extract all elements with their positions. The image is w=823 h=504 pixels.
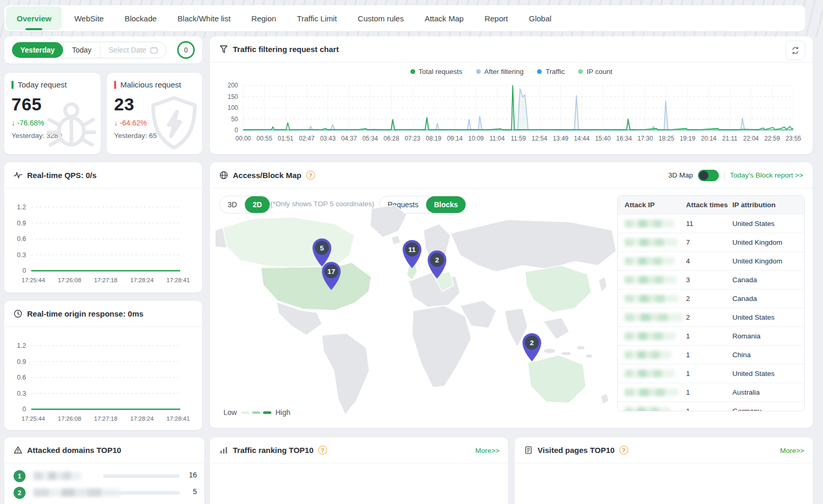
ip-attribution-cell: Germany (732, 407, 804, 411)
today-request-card: Today request 765 ↓ -76.68% Yesterday: 3… (4, 73, 101, 154)
svg-text:20:14: 20:14 (701, 135, 717, 142)
legend-dot (537, 69, 542, 74)
svg-text:200: 200 (228, 82, 238, 89)
today-request-title-row: Today request (11, 80, 93, 89)
attack-table-row: 2Canada (618, 289, 804, 308)
shield-bolt-icon (147, 94, 201, 154)
blurred-attack-ip (625, 370, 675, 377)
svg-text:11:04: 11:04 (490, 135, 505, 142)
attack-table-row: 7United Kingdom (618, 233, 804, 252)
svg-text:07:23: 07:23 (405, 135, 420, 142)
attack-table-row: 1Germany (618, 402, 804, 411)
attacked-domain-row: 116 (4, 469, 204, 484)
legend-item-total-requests[interactable]: Total requests (410, 68, 463, 75)
traffic-ranking-help-icon[interactable]: ? (318, 446, 327, 455)
heat-legend-high-label: High (276, 408, 291, 417)
map-pin-marker[interactable]: 2 (426, 249, 448, 282)
attack-ip-table: Attack IPAttack timesIP attribution11Uni… (617, 195, 805, 411)
svg-text:17:28:41: 17:28:41 (167, 277, 190, 283)
ip-attribution-cell: Romania (732, 332, 804, 340)
malicious-request-title: Malicious request (120, 80, 181, 89)
heat-swatches (241, 411, 271, 414)
today-button[interactable]: Today (63, 42, 99, 58)
tab-blockade[interactable]: Blockade (114, 5, 167, 31)
visited-pages-more-link[interactable]: More>> (780, 437, 804, 463)
svg-text:17:26:08: 17:26:08 (58, 415, 81, 422)
svg-text:22:04: 22:04 (743, 135, 759, 142)
ip-attribution-cell: United Kingdom (732, 238, 804, 246)
legend-item-ip-count[interactable]: IP count (578, 68, 612, 75)
svg-text:12:54: 12:54 (532, 135, 547, 142)
ip-attribution-cell: United Kingdom (732, 257, 804, 265)
svg-text:02:47: 02:47 (299, 135, 315, 142)
yesterday-button[interactable]: Yesterday (12, 42, 63, 58)
tab-custom-rules[interactable]: Custom rules (347, 5, 414, 31)
svg-text:150: 150 (228, 93, 238, 100)
svg-text:2: 2 (435, 256, 439, 264)
map-3d-toggle[interactable] (698, 170, 719, 181)
legend-label: After filtering (484, 68, 524, 75)
attack-table-header: Attack IPAttack timesIP attribution (618, 196, 804, 215)
blurred-domain (33, 472, 81, 480)
tab-attack-map[interactable]: Attack Map (414, 5, 474, 31)
svg-text:0: 0 (22, 406, 26, 413)
access-block-map-panel: Access/Block Map ? 3D Map Today's Block … (210, 162, 813, 428)
svg-text:08:19: 08:19 (426, 135, 442, 142)
tab-region[interactable]: Region (241, 5, 287, 31)
rank-badge: 1 (14, 470, 26, 482)
calendar-icon (150, 46, 158, 54)
svg-text:06:28: 06:28 (383, 135, 399, 142)
todays-block-report-link[interactable]: Today's Block report >> (730, 171, 803, 179)
map-help-icon[interactable]: ? (306, 171, 315, 180)
svg-text:16:34: 16:34 (616, 135, 632, 142)
bug-icon (43, 95, 99, 154)
attack-times-cell: 2 (686, 295, 732, 303)
header-divider (724, 171, 725, 180)
traffic-chart: 00:0000:5501:5102:4703:4304:3705:3406:28… (210, 80, 813, 153)
refresh-button[interactable] (785, 41, 805, 60)
traffic-chart-title: Traffic filtering request chart (233, 45, 339, 54)
visited-pages-panel: Visited pages TOP10 ? More>> (515, 437, 813, 504)
select-date-input[interactable]: Select Date (100, 42, 166, 58)
map-greenland (370, 205, 407, 237)
globe-icon (219, 171, 228, 180)
ip-attribution-cell: China (732, 351, 804, 359)
tab-report[interactable]: Report (474, 5, 518, 31)
attack-table-row: 1China (618, 346, 804, 364)
tab-black-white-list[interactable]: Black/White list (167, 5, 241, 31)
attack-times-cell: 11 (686, 220, 732, 228)
tab-traffic-limit[interactable]: Traffic Limit (286, 5, 347, 31)
svg-text:0.3: 0.3 (17, 251, 26, 259)
attacked-domains-panel: Attacked domains TOP10 11625 (4, 437, 204, 504)
attack-times-cell: 1 (686, 407, 732, 411)
svg-text:17:28:24: 17:28:24 (130, 415, 154, 422)
map-china (525, 266, 591, 312)
top-navigation: OverviewWebSiteBlockadeBlack/White listR… (4, 5, 805, 31)
legend-item-after-filtering[interactable]: After filtering (476, 68, 524, 75)
svg-text:11:59: 11:59 (510, 135, 526, 142)
svg-text:22:59: 22:59 (764, 135, 780, 142)
svg-text:17:28:24: 17:28:24 (130, 277, 154, 283)
traffic-chart-header: Traffic filtering request chart (210, 36, 813, 62)
tab-global[interactable]: Global (518, 5, 562, 31)
map-pin-marker[interactable]: 2 (520, 332, 543, 364)
traffic-ranking-more-link[interactable]: More>> (475, 437, 500, 463)
svg-text:1.2: 1.2 (17, 204, 26, 211)
tab-overview[interactable]: Overview (6, 6, 62, 30)
svg-text:17:27:18: 17:27:18 (94, 415, 118, 422)
map-pin-marker[interactable]: 11 (401, 239, 423, 271)
svg-text:0: 0 (22, 267, 26, 274)
select-date-placeholder: Select Date (109, 46, 146, 54)
green-accent-bar (11, 81, 14, 89)
origin-response-title: Real-time origin response: 0ms (27, 309, 143, 318)
visited-pages-help-icon[interactable]: ? (619, 446, 628, 455)
map-title: Access/Block Map (233, 171, 302, 180)
attack-table-row: 11United States (618, 215, 804, 233)
date-filter-panel: Yesterday Today Select Date 0 (4, 36, 202, 64)
blurred-attack-ip (625, 407, 670, 411)
legend-item-traffic[interactable]: Traffic (537, 68, 565, 75)
map-pin-marker[interactable]: 17 (320, 261, 343, 293)
tab-website[interactable]: WebSite (64, 5, 114, 31)
svg-text:0.6: 0.6 (17, 374, 26, 381)
attack-count-value: 5 (193, 487, 197, 496)
